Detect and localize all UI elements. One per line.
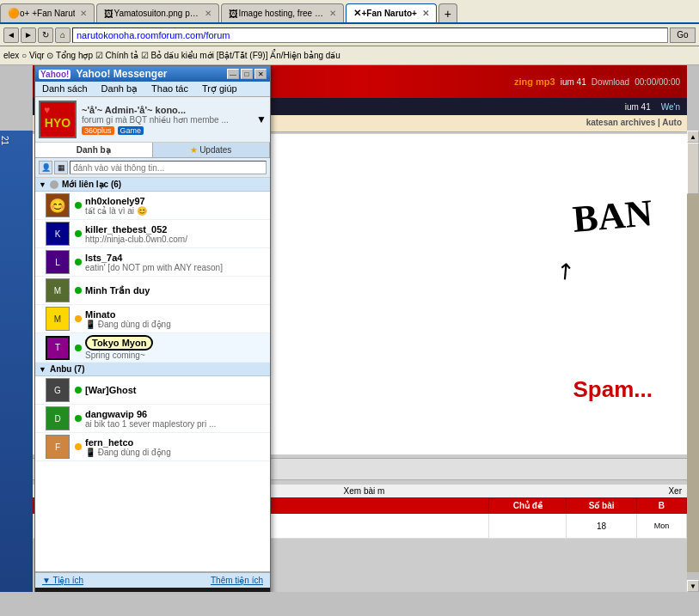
go-button[interactable]: Go xyxy=(670,27,696,43)
yahoo-search-input[interactable] xyxy=(70,161,267,174)
tab-4[interactable]: ✕ +Fan Naruto+ ✕ xyxy=(346,3,436,22)
contact-fern[interactable]: F fern_hetco 📱 Đang dùng di động xyxy=(35,433,270,461)
contact-group-header-anbu[interactable]: ▼ Anbu (7) xyxy=(35,363,270,376)
profile-info: ~'å'~ Admin-'å'~ kono... forum gi mà BQT… xyxy=(82,105,256,135)
tab-1-close[interactable]: ✕ xyxy=(80,9,87,18)
app-game[interactable]: Game xyxy=(118,126,144,135)
yahoo-close-btn[interactable]: ✕ xyxy=(254,69,267,79)
group-arrow-moilienlac: ▼ xyxy=(39,180,46,189)
zing-time: 00:00/00:00 xyxy=(635,77,680,87)
yahoo-menu-trogiup[interactable]: Trợ giúp xyxy=(195,82,244,96)
yahoo-tab-danhba-label: Danh bạ xyxy=(77,145,111,155)
browser-window: 🟠 o+ +Fan Narut ✕ 🖼 Yamatosuiton.png pic… xyxy=(0,0,699,616)
contact-dangwavip[interactable]: D dangwavip 96 ai bik tao 1 sever maples… xyxy=(35,405,270,433)
yahoo-tab-updates[interactable]: ★ Updates xyxy=(153,143,271,157)
contact-killer[interactable]: K killer_thebest_052 http://ninja-club.0… xyxy=(35,220,270,248)
forward-button[interactable]: ► xyxy=(21,27,36,43)
archives-link[interactable]: katesan archives | Auto xyxy=(586,118,682,127)
zing-room: ium 41 xyxy=(561,77,586,87)
tab-bar: 🟠 o+ +Fan Narut ✕ 🖼 Yamatosuiton.png pic… xyxy=(0,0,699,24)
new-tab-button[interactable]: + xyxy=(438,3,457,22)
th-chude: Chủ đề xyxy=(489,498,567,514)
contact-name-minh: Minh Trần duy xyxy=(85,285,267,296)
profile-avatar: ♥ HYO xyxy=(39,101,77,138)
contact-ghost[interactable]: G [War]Ghost xyxy=(35,376,270,405)
yahoo-tab-danhba[interactable]: Danh bạ xyxy=(35,143,153,157)
yahoo-menubar: Danh sách Danh bạ Thao tác Trợ giúp xyxy=(35,82,270,97)
contact-group-anbu: ▼ Anbu (7) G [War]Ghost xyxy=(35,363,270,461)
tab-1[interactable]: 🟠 o+ +Fan Narut ✕ xyxy=(0,3,95,22)
tab-2[interactable]: 🖼 Yamatosuiton.png picture by... ✕ xyxy=(96,3,219,22)
yahoo-minimize-btn[interactable]: — xyxy=(227,69,239,79)
th-sobai: Số bài xyxy=(567,498,637,514)
contact-name-dang: dangwavip 96 xyxy=(85,409,267,419)
group-arrow-anbu: ▼ xyxy=(39,365,46,374)
search-icon-people[interactable]: 👤 xyxy=(39,161,52,174)
refresh-button[interactable]: ↻ xyxy=(38,27,53,43)
contact-lsts[interactable]: L lsts_7a4 eatin' [do NOT pm with ANY re… xyxy=(35,248,270,277)
contact-tokyo[interactable]: T Tokyo Myon Spring coming~ xyxy=(35,333,270,363)
status-dot-minato xyxy=(75,315,82,322)
status-dot-nh0x xyxy=(75,202,82,209)
yahoo-menu-thaotac[interactable]: Thao tác xyxy=(144,82,195,96)
contact-info-lsts: lsts_7a4 eatin' [do NOT pm with ANY reas… xyxy=(85,253,267,272)
contact-avatar-ghost: G xyxy=(46,378,70,402)
contact-avatar-nh0xlonely97: 😊 xyxy=(46,193,70,217)
tab-4-close[interactable]: ✕ xyxy=(422,9,429,18)
tab-1-icon: 🟠 xyxy=(8,8,20,19)
contact-minato[interactable]: M Minato 📱 Đang dùng di động xyxy=(35,305,270,333)
contact-status-fern: 📱 Đang dùng di động xyxy=(85,448,267,457)
contact-info-killer: killer_thebest_052 http://ninja-club.0wn… xyxy=(85,224,267,244)
tab-3[interactable]: 🖼 Image hosting, free photo sha... ✕ xyxy=(221,3,344,22)
contact-status-minato: 📱 Đang dùng di động xyxy=(85,320,267,329)
status-dot-minh xyxy=(75,287,82,294)
contact-avatar-minh: M xyxy=(46,278,70,302)
scroll-handle[interactable] xyxy=(687,143,699,194)
scroll-up-btn[interactable]: ▲ xyxy=(687,131,699,143)
group-label-moilienlac: Mới liên lạc (6) xyxy=(62,180,121,189)
scroll-track xyxy=(687,143,699,572)
yahoo-titlebar: Yahoo! Yahoo! Messenger — □ ✕ xyxy=(35,66,270,82)
yahoo-window-controls: — □ ✕ xyxy=(227,69,267,79)
profile-apps: 360plus Game xyxy=(82,126,256,135)
contact-name-tokyo: Tokyo Myon xyxy=(85,335,153,351)
back-button[interactable]: ◄ xyxy=(3,27,19,43)
tab-3-label: Image hosting, free photo sha... xyxy=(238,9,324,18)
tab-2-close[interactable]: ✕ xyxy=(205,9,212,18)
contact-name-nh0x: nh0xlonely97 xyxy=(85,196,267,206)
status-dot-dang xyxy=(75,415,82,422)
avatar-placeholder-minato: M xyxy=(54,314,61,324)
contact-name-lsts: lsts_7a4 xyxy=(85,253,267,263)
hyo-label: HYO xyxy=(45,116,71,130)
yahoo-menu-danhba[interactable]: Danh bạ xyxy=(95,82,144,96)
contact-nh0xlonely97[interactable]: 😊 nh0xlonely97 tất cả là vì ai 😊 xyxy=(35,192,270,220)
profile-expand-icon[interactable]: ▼ xyxy=(256,113,267,125)
yahoo-maximize-btn[interactable]: □ xyxy=(241,69,253,79)
address-input[interactable] xyxy=(72,27,668,43)
tab-3-close[interactable]: ✕ xyxy=(329,9,336,18)
group-label-anbu: Anbu (7) xyxy=(50,364,85,374)
contact-group-moilienlac: ▼ Mới liên lạc (6) 😊 nh0xlonely97 tất cả… xyxy=(35,178,270,363)
contact-info-ghost: [War]Ghost xyxy=(85,385,267,395)
profile-name: ~'å'~ Admin-'å'~ kono... xyxy=(82,105,256,115)
add-utilities-link[interactable]: Thêm tiện ích xyxy=(211,576,263,585)
contact-avatar-lsts: L xyxy=(46,250,70,274)
contact-avatar-tokyo: T xyxy=(46,336,70,360)
avatar-placeholder-killer: K xyxy=(55,229,61,239)
search-icon-grid[interactable]: ▦ xyxy=(54,161,68,174)
avatar-placeholder-fern: F xyxy=(55,442,60,452)
extra-toolbar: elex ○ Viqr ⊙ Tổng hợp ☑ Chính tả ☑ Bỏ d… xyxy=(0,46,699,65)
expand-utilities-link[interactable]: ▼ Tiện ích xyxy=(42,576,83,585)
scroll-down-btn[interactable]: ▼ xyxy=(687,580,699,592)
app-360plus[interactable]: 360plus xyxy=(82,126,114,135)
home-button[interactable]: ⌂ xyxy=(55,27,71,43)
toolbar-text: elex ○ Viqr ⊙ Tổng hợp ☑ Chính tả ☑ Bỏ d… xyxy=(3,51,340,60)
th-b: B xyxy=(636,498,686,514)
yahoo-banner: ENERGY You Don't NeedMagic To Use Wisely xyxy=(35,588,270,592)
yahoo-title-text: Yahoo! Yahoo! Messenger xyxy=(39,68,168,80)
contact-group-header-moilienlac[interactable]: ▼ Mới liên lạc (6) xyxy=(35,178,270,192)
yahoo-menu-danhsach[interactable]: Danh sách xyxy=(35,82,95,96)
yahoo-profile: ♥ HYO ~'å'~ Admin-'å'~ kono... forum gi … xyxy=(35,97,270,143)
contact-minh[interactable]: M Minh Trần duy xyxy=(35,277,270,305)
we-text: We'n xyxy=(661,102,680,112)
